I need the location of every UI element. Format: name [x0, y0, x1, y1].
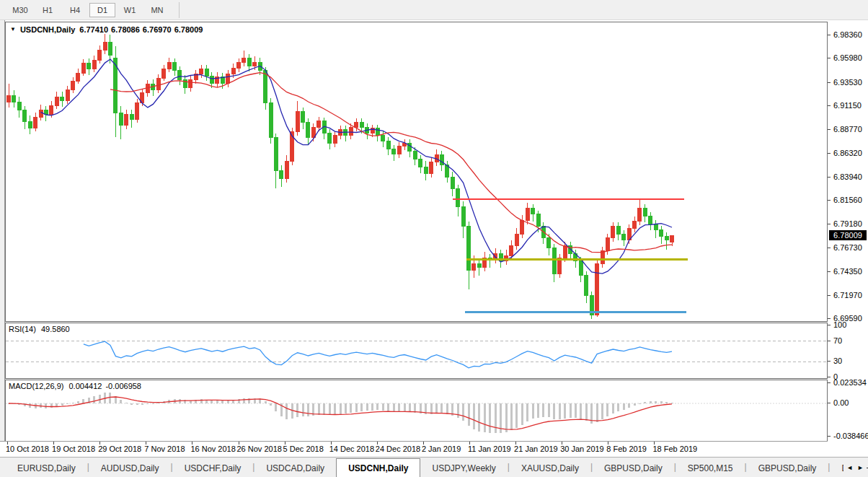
price-tick-label: 6.93530: [833, 78, 862, 87]
date-label: 14 Dec 2018: [329, 445, 374, 453]
date-label: 11 Jan 2019: [468, 445, 511, 453]
axis-tick: [828, 271, 831, 272]
price-tick-label: 6.81560: [833, 196, 862, 204]
date-axis[interactable]: 10 Oct 201819 Oct 201829 Oct 20187 Nov 2…: [0, 441, 868, 457]
date-label: 16 Nov 2018: [190, 445, 235, 453]
chart-symbol-label: USDCNH,Daily: [20, 25, 75, 34]
tab-scroll-arrows: ◄ ►: [843, 458, 867, 477]
price-tick-label: 6.83940: [833, 172, 862, 181]
axis-tick: [828, 436, 831, 437]
left-gutter: [0, 20, 5, 457]
chart-tab-bar: EURUSD,Daily|AUDUSD,Daily|USDCHF,Daily|U…: [0, 457, 868, 477]
tab-sp500-m15[interactable]: SP500,M15: [676, 460, 745, 477]
price-tick-label: 6.88770: [833, 125, 862, 134]
date-label: 8 Feb 2019: [606, 445, 647, 453]
price-tick-label: 6.79180: [833, 219, 862, 228]
current-price-badge: 6.78009: [829, 230, 867, 240]
macd-tick-label: 0.00: [833, 398, 849, 407]
macd-title: MACD(12,26,9): [9, 382, 63, 390]
chart-workspace: ▼ USDCNH,Daily 6.77410 6.78086 6.76970 6…: [0, 20, 868, 457]
macd-panel[interactable]: MACD(12,26,9) 0.004412 -0.006958: [5, 380, 828, 442]
tab-gbpusd-daily[interactable]: GBPUSD,Daily: [593, 460, 674, 477]
macd-main-value: 0.004412: [68, 382, 102, 390]
axis-tick: [828, 153, 831, 154]
tab-usdcad-daily[interactable]: USDCAD,Daily: [254, 460, 336, 477]
macd-label: MACD(12,26,9) 0.004412 -0.006958: [9, 382, 141, 390]
date-label: 21 Jan 2019: [514, 445, 558, 453]
ohlc-low: 6.76970: [143, 25, 172, 34]
date-label: 18 Feb 2019: [652, 445, 697, 453]
date-label: 29 Oct 2018: [98, 445, 141, 453]
chart-dropdown-icon[interactable]: ▼: [10, 26, 16, 32]
date-label: 5 Dec 2018: [283, 445, 324, 453]
timeframe-button-h4[interactable]: H4: [62, 3, 88, 17]
tab-usdjpy-weekly[interactable]: USDJPY,Weekly: [420, 460, 507, 477]
tab-xauusd-daily[interactable]: XAUUSD,Daily: [510, 460, 590, 477]
axis-tick: [828, 382, 831, 383]
price-tick-label: 6.95980: [833, 53, 862, 62]
timeframe-toolbar: M30H1H4D1W1MN: [0, 0, 868, 20]
tab-eurusd-daily[interactable]: EURUSD,Daily: [6, 460, 87, 477]
chart-title: ▼ USDCNH,Daily 6.77410 6.78086 6.76970 6…: [10, 25, 203, 34]
tab-usdcnh-daily[interactable]: USDCNH,Daily: [336, 458, 420, 477]
axis-tick: [828, 295, 831, 296]
timeframe-button-d1[interactable]: D1: [89, 3, 115, 17]
date-label: 19 Oct 2018: [52, 445, 95, 453]
tab-audusd-daily[interactable]: AUDUSD,Daily: [89, 460, 171, 477]
main-chart-panel[interactable]: ▼ USDCNH,Daily 6.77410 6.78086 6.76970 6…: [5, 22, 828, 322]
axis-tick: [828, 58, 831, 58]
tab-items: EURUSD,Daily|AUDUSD,Daily|USDCHF,Daily|U…: [6, 457, 868, 477]
axis-tick: [828, 200, 831, 201]
price-axis[interactable]: 6.983606.959806.935306.911506.887706.863…: [828, 20, 868, 457]
date-label: 24 Dec 2018: [376, 445, 420, 453]
axis-tick: [828, 377, 831, 377]
tab-usdchf-daily[interactable]: USDCHF,Daily: [173, 460, 253, 477]
tab-scroll-right-icon[interactable]: ►: [857, 464, 864, 471]
date-label: 26 Nov 2018: [237, 445, 282, 453]
toolbar-separator: [179, 2, 180, 18]
axis-tick: [828, 403, 831, 403]
timeframe-button-w1[interactable]: W1: [117, 3, 143, 17]
timeframe-buttons: M30H1H4D1W1MN: [7, 3, 172, 17]
price-tick-label: 6.91150: [833, 101, 862, 110]
ohlc-high: 6.78086: [111, 25, 140, 34]
axis-tick: [828, 129, 831, 130]
tab-gbpusd-daily[interactable]: GBPUSD,Daily: [747, 460, 828, 477]
rsi-tick-label: 30: [833, 356, 842, 365]
axis-tick: [828, 224, 831, 224]
timeframe-button-m30[interactable]: M30: [7, 3, 33, 17]
timeframe-button-h1[interactable]: H1: [35, 3, 61, 17]
date-label: 10 Oct 2018: [6, 445, 49, 453]
date-label: 30 Jan 2019: [560, 445, 604, 453]
timeframe-button-mn[interactable]: MN: [144, 3, 170, 17]
axis-tick: [828, 105, 831, 106]
axis-tick: [828, 341, 831, 341]
macd-signal-value: -0.006958: [105, 382, 141, 390]
ohlc-close: 6.78009: [174, 25, 203, 34]
axis-tick: [828, 248, 831, 248]
price-tick-label: 6.98360: [833, 30, 862, 39]
candlestick-chart[interactable]: [6, 22, 827, 321]
ohlc-open: 6.77410: [79, 25, 108, 34]
rsi-panel[interactable]: RSI(14) 49.5860: [5, 323, 828, 379]
price-tick-label: 6.76730: [833, 243, 862, 252]
axis-tick: [828, 82, 831, 83]
axis-tick: [828, 318, 831, 319]
rsi-value: 49.5860: [41, 325, 70, 333]
price-tick-label: 6.71970: [833, 291, 862, 299]
date-label: 7 Nov 2018: [144, 445, 185, 453]
rsi-tick-label: 70: [833, 336, 842, 345]
rsi-tick-label: 100: [833, 320, 846, 329]
macd-tick-label: 0.023534: [833, 378, 867, 387]
price-tick-label: 6.74350: [833, 267, 862, 276]
rsi-chart[interactable]: [6, 323, 827, 378]
date-label: 2 Jan 2019: [422, 445, 461, 453]
axis-tick: [828, 35, 831, 35]
macd-tick-label: -0.038466: [833, 432, 868, 440]
axis-tick: [828, 361, 831, 362]
price-tick-label: 6.86320: [833, 149, 862, 157]
tab-scroll-left-icon[interactable]: ◄: [846, 464, 853, 471]
axis-tick: [828, 177, 831, 178]
axis-tick: [828, 325, 831, 325]
rsi-title: RSI(14): [9, 325, 36, 333]
